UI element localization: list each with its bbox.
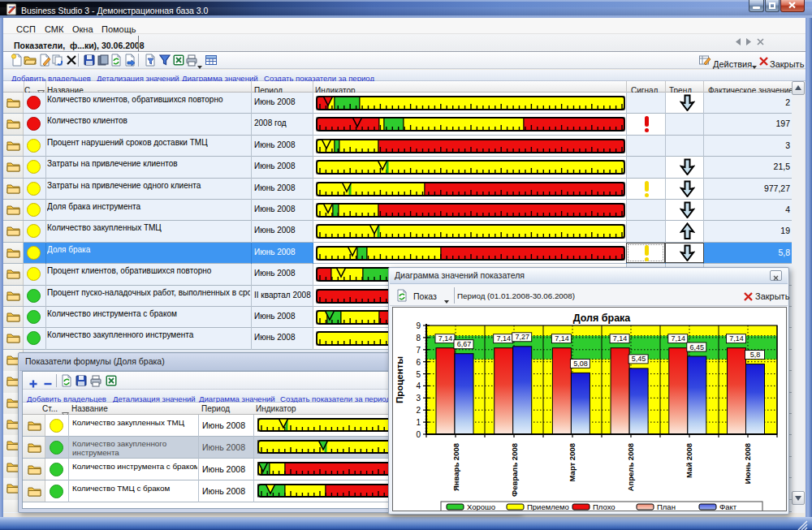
svg-text:6: 6 [416,358,421,367]
svg-text:Хорошо: Хорошо [467,502,495,511]
svg-text:7,14: 7,14 [729,334,744,343]
svg-text:5,45: 5,45 [632,355,646,363]
svg-text:7,14: 7,14 [613,334,628,343]
svg-text:7,14: 7,14 [496,334,511,343]
svg-text:7,14: 7,14 [555,334,569,343]
svg-text:Доля брака: Доля брака [573,312,632,324]
svg-text:Март 2008: Март 2008 [568,443,577,481]
svg-text:2: 2 [416,406,421,415]
svg-text:6,45: 6,45 [690,343,705,351]
svg-text:Июнь 2008: Июнь 2008 [743,443,752,484]
svg-text:7,14: 7,14 [672,334,686,343]
svg-text:5,8: 5,8 [750,351,761,359]
svg-text:7: 7 [416,346,421,355]
svg-text:План: План [657,502,676,511]
svg-text:Январь 2008: Январь 2008 [451,443,460,491]
svg-text:5: 5 [416,370,421,379]
svg-text:8: 8 [416,334,421,343]
svg-text:Проценты: Проценты [395,356,404,403]
svg-text:9: 9 [416,321,421,330]
svg-text:Апрель 2008: Апрель 2008 [626,443,635,491]
svg-text:7,14: 7,14 [438,334,453,343]
svg-text:1: 1 [416,418,421,427]
svg-text:6,67: 6,67 [457,340,472,348]
svg-text:7,27: 7,27 [515,333,529,341]
svg-text:3: 3 [416,394,421,403]
svg-text:5,08: 5,08 [573,360,588,368]
svg-text:4: 4 [416,381,421,390]
svg-text:Приемлемо: Приемлемо [527,502,569,511]
svg-text:Май 2008: Май 2008 [685,443,693,478]
svg-text:Февраль 2008: Февраль 2008 [510,443,519,497]
svg-text:0: 0 [416,430,421,439]
svg-text:Плохо: Плохо [593,502,615,511]
svg-text:Факт: Факт [719,502,737,511]
